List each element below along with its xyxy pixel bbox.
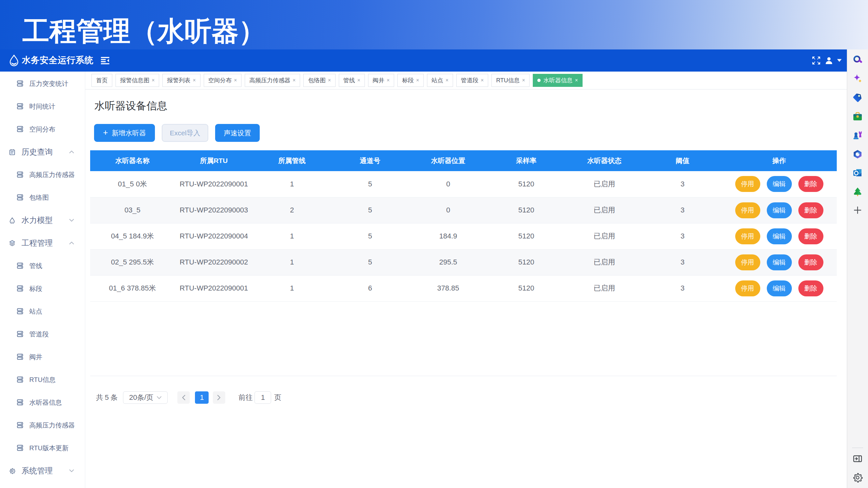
tab[interactable]: RTU信息 ×: [491, 74, 529, 87]
sidebar-item[interactable]: 水力模型: [0, 209, 85, 232]
table-row: 03_5 RTU-WP2022090003 2 5 0 5120 已启用 3 停…: [90, 197, 837, 223]
sidebar-item[interactable]: 高频压力传感器: [0, 414, 85, 436]
stop-button[interactable]: 停用: [735, 281, 760, 296]
cell-name: 04_5 184.9米: [90, 223, 175, 249]
close-tab-icon[interactable]: ×: [575, 78, 578, 83]
close-tab-icon[interactable]: ×: [445, 78, 448, 83]
page-unit: 页: [274, 393, 281, 402]
tab-label: 管线: [343, 76, 355, 84]
stop-button[interactable]: 停用: [735, 254, 760, 270]
sidebar-item[interactable]: RTU信息: [0, 368, 85, 391]
outlook-icon[interactable]: [852, 168, 863, 178]
stop-button[interactable]: 停用: [735, 202, 760, 218]
cell-rtu: RTU-WP2022090004: [175, 223, 253, 249]
delete-button[interactable]: 删除: [798, 228, 824, 244]
fullscreen-icon[interactable]: [811, 56, 821, 65]
search-icon[interactable]: [852, 55, 863, 65]
edit-button[interactable]: 编辑: [767, 281, 792, 296]
caret-down-icon[interactable]: [837, 59, 842, 62]
tab[interactable]: 站点 ×: [427, 74, 453, 87]
sidebar-item[interactable]: 水听器信息: [0, 391, 85, 414]
sidebar-item[interactable]: 站点: [0, 300, 85, 323]
sidebar-item[interactable]: 压力突变统计: [0, 72, 85, 95]
excel-import-button[interactable]: Excel导入: [162, 124, 208, 142]
edit-button[interactable]: 编辑: [767, 254, 792, 270]
close-tab-icon[interactable]: ×: [234, 78, 237, 83]
tab[interactable]: 报警列表 ×: [162, 74, 200, 87]
sidebar-item[interactable]: 包络图: [0, 186, 85, 209]
close-tab-icon[interactable]: ×: [292, 78, 296, 83]
delete-button[interactable]: 删除: [798, 202, 824, 218]
tab[interactable]: 高频压力传感器 ×: [245, 74, 300, 87]
sidebar-item[interactable]: 阀井: [0, 346, 85, 368]
sidebar-item[interactable]: 空间分布: [0, 118, 85, 140]
active-dot: [537, 79, 540, 82]
collapse-menu-icon[interactable]: [101, 57, 110, 64]
delete-button[interactable]: 删除: [798, 254, 824, 270]
edit-button[interactable]: 编辑: [767, 228, 792, 244]
edit-button[interactable]: 编辑: [767, 176, 792, 192]
copilot-sparkle-icon[interactable]: [852, 73, 863, 84]
page-title: 水听器设备信息: [94, 99, 167, 113]
tab[interactable]: 报警信息图 ×: [116, 74, 159, 87]
close-tab-icon[interactable]: ×: [152, 78, 155, 83]
tree-icon[interactable]: [852, 187, 863, 197]
sound-speed-button[interactable]: 声速设置: [215, 124, 260, 142]
close-tab-icon[interactable]: ×: [358, 78, 360, 83]
settings-gear-icon[interactable]: [852, 473, 863, 483]
prev-page-button[interactable]: [177, 391, 190, 404]
add-plus-icon[interactable]: [852, 205, 863, 215]
server-icon: [17, 285, 24, 292]
tab[interactable]: 水听器信息 ×: [533, 74, 582, 87]
next-page-button[interactable]: [213, 391, 225, 404]
cell-actions: 停用 编辑 删除: [721, 275, 837, 301]
m365-icon[interactable]: [852, 149, 863, 159]
tab[interactable]: 首页: [91, 74, 112, 87]
tab[interactable]: 管线 ×: [339, 74, 365, 87]
stop-button[interactable]: 停用: [735, 228, 760, 244]
sidebar-item[interactable]: 管道段: [0, 323, 85, 346]
close-tab-icon[interactable]: ×: [416, 78, 419, 83]
delete-button[interactable]: 删除: [798, 281, 824, 296]
sidebar-item[interactable]: 工程管理: [0, 232, 85, 254]
sidebar-item[interactable]: 高频压力传感器: [0, 163, 85, 186]
cell-line: 1: [253, 171, 331, 197]
sidebar-item[interactable]: 系统管理: [0, 459, 85, 482]
close-tab-icon[interactable]: ×: [328, 78, 331, 83]
server-icon: [17, 80, 24, 87]
stop-button[interactable]: 停用: [735, 176, 760, 192]
delete-button[interactable]: 删除: [798, 176, 824, 192]
tab[interactable]: 包络图 ×: [303, 74, 335, 87]
water-drop-logo: [9, 55, 19, 66]
add-hydrophone-button[interactable]: + 新增水听器: [94, 124, 155, 142]
cell-status: 已启用: [565, 197, 644, 223]
close-tab-icon[interactable]: ×: [386, 78, 390, 83]
collapse-panel-icon[interactable]: [852, 454, 863, 464]
tab[interactable]: 标段 ×: [397, 74, 424, 87]
tab[interactable]: 管道段 ×: [456, 74, 488, 87]
games-chess-icon[interactable]: [852, 130, 863, 140]
close-tab-icon[interactable]: ×: [481, 78, 484, 83]
goto-page-input[interactable]: [254, 391, 271, 404]
page-size-select[interactable]: 20条/页: [123, 391, 167, 404]
sidebar-item[interactable]: 管线: [0, 254, 85, 277]
cell-threshold: 3: [644, 275, 721, 301]
toolbox-icon[interactable]: [852, 111, 863, 122]
close-tab-icon[interactable]: ×: [193, 78, 195, 83]
sidebar-item[interactable]: 时间统计: [0, 95, 85, 118]
user-icon[interactable]: [825, 56, 833, 65]
cell-line: 2: [253, 197, 331, 223]
sidebar-item[interactable]: RTU版本更新: [0, 436, 85, 459]
edit-button[interactable]: 编辑: [767, 202, 792, 218]
close-tab-icon[interactable]: ×: [522, 78, 525, 83]
sidebar-item[interactable]: 标段: [0, 277, 85, 300]
sidebar-item[interactable]: 历史查询: [0, 140, 85, 163]
tab[interactable]: 阀井 ×: [368, 74, 394, 87]
cell-threshold: 3: [644, 223, 721, 249]
tab-label: 标段: [402, 76, 414, 84]
current-page-button[interactable]: 1: [195, 391, 209, 404]
tab[interactable]: 空间分布 ×: [204, 74, 242, 87]
cell-rate: 5120: [487, 197, 565, 223]
shopping-tag-icon[interactable]: [852, 92, 863, 103]
tab-label: 站点: [432, 76, 443, 84]
